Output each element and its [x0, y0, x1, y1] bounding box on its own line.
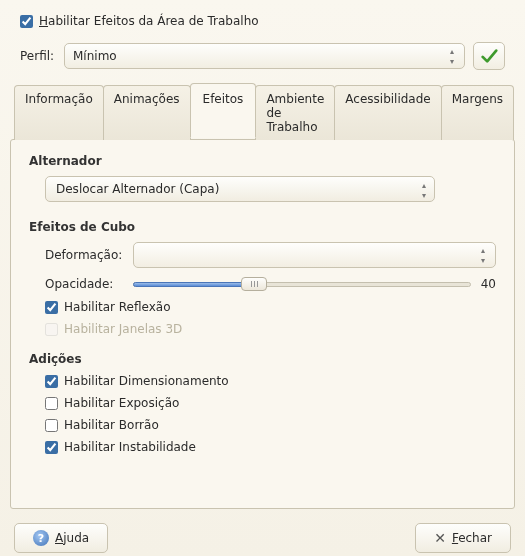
chevron-updown-icon: ▴▾ [446, 48, 458, 66]
tab-bar: Informação Animações Efeitos Ambiente de… [10, 85, 515, 140]
alternador-select-value: Deslocar Alternador (Capa) [56, 182, 219, 196]
chevron-updown-icon: ▴▾ [477, 247, 489, 265]
exposicao-checkbox[interactable] [45, 397, 58, 410]
reflexao-checkbox[interactable] [45, 301, 58, 314]
section-adicoes-title: Adições [29, 352, 496, 366]
opacidade-label: Opacidade: [45, 277, 125, 291]
close-button[interactable]: ✕ Fechar [415, 523, 511, 553]
opacidade-value: 40 [481, 277, 496, 291]
janelas3d-label: Habilitar Janelas 3D [64, 322, 182, 336]
enable-desktop-effects-checkbox[interactable] [20, 15, 33, 28]
reflexao-label: Habilitar Reflexão [64, 300, 171, 314]
chevron-updown-icon: ▴▾ [422, 182, 426, 200]
apply-button[interactable] [473, 42, 505, 70]
tab-acessibilidade[interactable]: Acessibilidade [334, 85, 441, 140]
tab-margens[interactable]: Margens [441, 85, 514, 140]
instabilidade-checkbox[interactable] [45, 441, 58, 454]
borrao-checkbox[interactable] [45, 419, 58, 432]
effects-panel: Alternador Deslocar Alternador (Capa) ▴▾… [10, 139, 515, 509]
help-icon: ? [33, 530, 49, 546]
instabilidade-label: Habilitar Instabilidade [64, 440, 196, 454]
exposicao-label: Habilitar Exposição [64, 396, 179, 410]
profile-select[interactable]: Mínimo ▴▾ [64, 43, 465, 69]
tab-ambiente[interactable]: Ambiente de Trabalho [255, 85, 335, 140]
section-alternador-title: Alternador [29, 154, 496, 168]
tab-informacao[interactable]: Informação [14, 85, 104, 140]
section-cubo-title: Efeitos de Cubo [29, 220, 496, 234]
borrao-label: Habilitar Borrão [64, 418, 159, 432]
dimensionamento-checkbox[interactable] [45, 375, 58, 388]
deformacao-label: Deformação: [45, 248, 125, 262]
help-button[interactable]: ? Ajuda [14, 523, 108, 553]
help-button-label: Ajuda [55, 531, 89, 545]
janelas3d-checkbox [45, 323, 58, 336]
close-icon: ✕ [434, 530, 446, 546]
profile-label: Perfil: [20, 49, 56, 63]
close-button-label: Fechar [452, 531, 492, 545]
deformacao-select[interactable]: ▴▾ [133, 242, 496, 268]
profile-select-value: Mínimo [73, 49, 117, 63]
tab-efeitos[interactable]: Efeitos [190, 83, 257, 138]
checkmark-icon [480, 47, 498, 65]
enable-desktop-effects-label: Habilitar Efeitos da Área de Trabalho [39, 14, 259, 28]
tab-animacoes[interactable]: Animações [103, 85, 191, 140]
slider-thumb[interactable] [241, 277, 267, 291]
dimensionamento-label: Habilitar Dimensionamento [64, 374, 229, 388]
alternador-select[interactable]: Deslocar Alternador (Capa) ▴▾ [45, 176, 435, 202]
opacidade-slider[interactable] [133, 276, 471, 292]
